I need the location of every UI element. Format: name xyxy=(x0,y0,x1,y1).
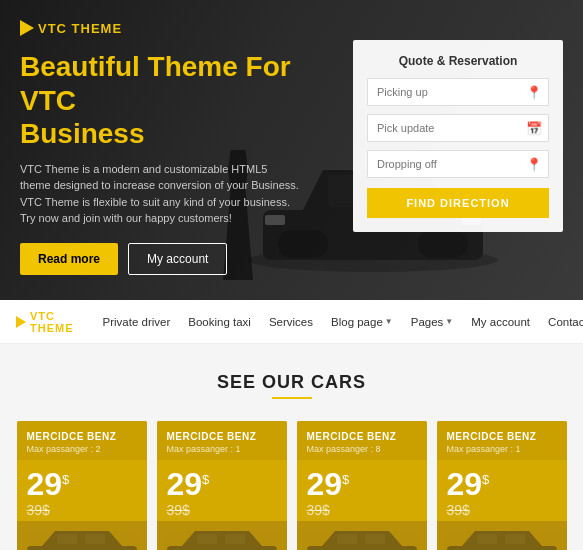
reservation-panel: Quote & Reservation 📍 📅 📍 FIND DIRECTION xyxy=(353,40,563,232)
nav-logo-arrow-icon xyxy=(16,316,26,328)
car-price-old: 39$ xyxy=(447,502,557,518)
nav-link-services[interactable]: Services xyxy=(260,300,322,344)
car-card-top: MERCIDCE BENZ Max passanger : 8 xyxy=(297,421,427,460)
pickup-input[interactable] xyxy=(367,78,549,106)
car-price-number: 29 xyxy=(447,468,483,500)
car-image-area xyxy=(297,521,427,550)
car-price-old: 39$ xyxy=(27,502,137,518)
dropoff-field: 📍 xyxy=(367,150,549,178)
nav-link-my-account[interactable]: My account xyxy=(462,300,539,344)
svg-rect-25 xyxy=(365,534,385,544)
car-price-main: 29 $ xyxy=(167,468,277,500)
nav-logo-text: VTC THEME xyxy=(30,310,74,334)
car-price-main: 29 $ xyxy=(27,468,137,500)
nav-link-contact[interactable]: Contact xyxy=(539,300,583,344)
nav-item-pages[interactable]: Pages ▼ xyxy=(402,300,463,344)
car-price-number: 29 xyxy=(307,468,343,500)
nav-items: Private driver Booking taxi Services Blo… xyxy=(94,300,584,344)
car-price-old: 39$ xyxy=(167,502,277,518)
nav-item-blog[interactable]: Blog page ▼ xyxy=(322,300,402,344)
car-price-old: 39$ xyxy=(307,502,417,518)
find-direction-button[interactable]: FIND DIRECTION xyxy=(367,188,549,218)
svg-rect-27 xyxy=(447,546,557,550)
svg-rect-30 xyxy=(477,534,497,544)
svg-rect-21 xyxy=(307,546,417,550)
svg-rect-18 xyxy=(197,534,217,544)
car-price-area: 29 $ 39$ xyxy=(297,460,427,526)
car-passanger: Max passanger : 1 xyxy=(167,444,277,454)
section-title: SEE OUR CARS xyxy=(16,372,567,393)
svg-rect-31 xyxy=(505,534,525,544)
nav-item-contact[interactable]: Contact xyxy=(539,300,583,344)
cars-section: SEE OUR CARS MERCIDCE BENZ Max passanger… xyxy=(0,344,583,550)
car-model: MERCIDCE BENZ xyxy=(447,431,557,442)
hero-logo: VTC THEME xyxy=(20,20,563,36)
svg-rect-9 xyxy=(27,546,137,550)
section-divider xyxy=(272,397,312,399)
car-card[interactable]: MERCIDCE BENZ Max passanger : 2 29 $ 39$ xyxy=(17,421,147,550)
car-price-currency: $ xyxy=(342,472,349,487)
car-passanger: Max passanger : 8 xyxy=(307,444,417,454)
hero-title-part2: Business xyxy=(20,118,145,149)
car-price-currency: $ xyxy=(202,472,209,487)
calendar-icon: 📅 xyxy=(526,121,542,136)
car-card[interactable]: MERCIDCE BENZ Max passanger : 1 29 $ 39$ xyxy=(157,421,287,550)
car-price-currency: $ xyxy=(482,472,489,487)
logo-arrow-icon xyxy=(20,20,34,36)
navbar: VTC THEME Private driver Booking taxi Se… xyxy=(0,300,583,344)
reservation-title: Quote & Reservation xyxy=(367,54,549,68)
nav-link-private-driver[interactable]: Private driver xyxy=(94,300,180,344)
pickdate-input[interactable] xyxy=(367,114,549,142)
svg-rect-24 xyxy=(337,534,357,544)
car-card-top: MERCIDCE BENZ Max passanger : 2 xyxy=(17,421,147,460)
car-price-area: 29 $ 39$ xyxy=(17,460,147,526)
hero-description: VTC Theme is a modern and customizable H… xyxy=(20,161,300,227)
car-price-number: 29 xyxy=(167,468,203,500)
hero-title: Beautiful Theme For VTC Business xyxy=(20,50,320,151)
car-price-number: 29 xyxy=(27,468,63,500)
nav-link-blog[interactable]: Blog page ▼ xyxy=(322,300,402,344)
nav-item-my-account[interactable]: My account xyxy=(462,300,539,344)
car-card[interactable]: MERCIDCE BENZ Max passanger : 8 29 $ 39$ xyxy=(297,421,427,550)
pages-caret-icon: ▼ xyxy=(445,300,453,344)
car-model: MERCIDCE BENZ xyxy=(307,431,417,442)
hero-title-part1: Beautiful Theme For xyxy=(20,51,291,82)
svg-rect-13 xyxy=(85,534,105,544)
car-card-top: MERCIDCE BENZ Max passanger : 1 xyxy=(157,421,287,460)
nav-item-services[interactable]: Services xyxy=(260,300,322,344)
hero-title-highlight: VTC xyxy=(20,85,76,116)
pickup-field: 📍 xyxy=(367,78,549,106)
hero-section: VTC THEME Beautiful Theme For VTC Busine… xyxy=(0,0,583,300)
hero-logo-text: VTC THEME xyxy=(38,21,122,36)
car-image-area xyxy=(437,521,567,550)
nav-logo: VTC THEME xyxy=(16,310,74,334)
car-price-area: 29 $ 39$ xyxy=(437,460,567,526)
dropoff-input[interactable] xyxy=(367,150,549,178)
car-price-main: 29 $ xyxy=(447,468,557,500)
read-more-button[interactable]: Read more xyxy=(20,243,118,275)
hero-buttons: Read more My account xyxy=(20,243,563,275)
pickdate-field: 📅 xyxy=(367,114,549,142)
nav-item-booking-taxi[interactable]: Booking taxi xyxy=(179,300,260,344)
car-passanger: Max passanger : 1 xyxy=(447,444,557,454)
car-model: MERCIDCE BENZ xyxy=(27,431,137,442)
dropoff-icon: 📍 xyxy=(526,157,542,172)
car-card-top: MERCIDCE BENZ Max passanger : 1 xyxy=(437,421,567,460)
car-price-area: 29 $ 39$ xyxy=(157,460,287,526)
nav-item-private-driver[interactable]: Private driver xyxy=(94,300,180,344)
car-price-currency: $ xyxy=(62,472,69,487)
cars-grid: MERCIDCE BENZ Max passanger : 2 29 $ 39$ xyxy=(16,421,567,550)
car-price-main: 29 $ xyxy=(307,468,417,500)
my-account-hero-button[interactable]: My account xyxy=(128,243,227,275)
nav-link-pages[interactable]: Pages ▼ xyxy=(402,300,463,344)
car-card[interactable]: MERCIDCE BENZ Max passanger : 1 29 $ 39$ xyxy=(437,421,567,550)
svg-rect-19 xyxy=(225,534,245,544)
car-model: MERCIDCE BENZ xyxy=(167,431,277,442)
car-image-area xyxy=(157,521,287,550)
pickup-icon: 📍 xyxy=(526,85,542,100)
car-image-area xyxy=(17,521,147,550)
nav-link-booking-taxi[interactable]: Booking taxi xyxy=(179,300,260,344)
svg-rect-15 xyxy=(167,546,277,550)
blog-caret-icon: ▼ xyxy=(385,300,393,344)
svg-rect-12 xyxy=(57,534,77,544)
